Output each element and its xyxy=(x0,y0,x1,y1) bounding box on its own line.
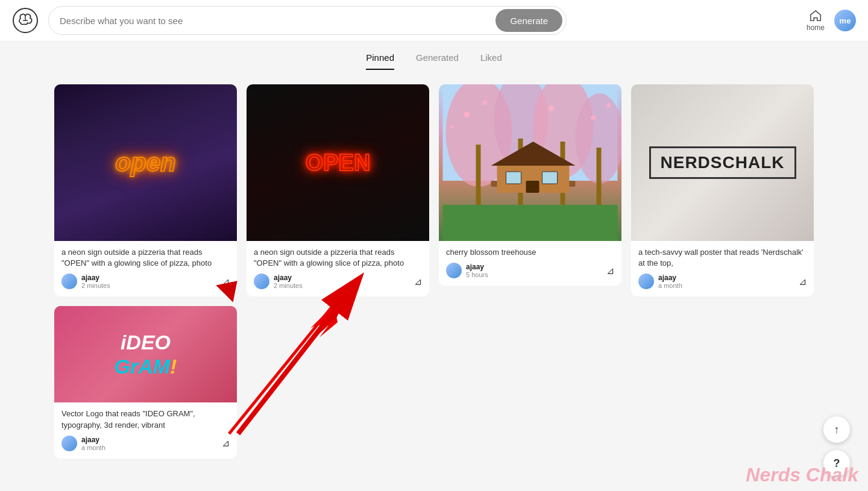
card-1-avatar xyxy=(61,274,77,289)
svg-rect-16 xyxy=(526,181,539,193)
card-3-avatar xyxy=(446,263,462,278)
svg-point-19 xyxy=(549,105,555,111)
card-1-pin[interactable]: ⊿ xyxy=(222,276,230,287)
card-5-time: a month xyxy=(81,444,105,451)
card-3[interactable]: cherry blossom treehouse ajaay 5 hours ⊿ xyxy=(439,84,621,286)
svg-rect-10 xyxy=(443,205,618,241)
card-1-image xyxy=(54,84,237,241)
svg-point-17 xyxy=(464,111,470,117)
card-1[interactable]: a neon sign outside a pizzeria that read… xyxy=(54,84,237,296)
card-2-image xyxy=(247,84,429,241)
home-icon xyxy=(809,9,822,22)
card-5[interactable]: iDEO GrAM! Vector Logo that reads "IDEO … xyxy=(54,306,237,458)
card-3-author: ajaay xyxy=(466,263,488,271)
header: Generate home me xyxy=(0,0,868,42)
generate-button[interactable]: Generate xyxy=(495,9,562,32)
svg-rect-14 xyxy=(506,172,521,184)
search-input[interactable] xyxy=(60,16,495,26)
svg-point-22 xyxy=(606,103,611,108)
gallery: a neon sign outside a pizzeria that read… xyxy=(42,84,826,458)
card-5-desc: Vector Logo that reads "IDEO GRAM", typo… xyxy=(61,408,230,430)
card-4[interactable]: NERDSCHALK a tech-savvy wall poster that… xyxy=(631,84,814,296)
card-5-author: ajaay xyxy=(81,436,105,444)
nerdschalk-text: NERDSCHALK xyxy=(649,146,796,179)
card-2[interactable]: a neon sign outside a pizzeria that read… xyxy=(247,84,429,296)
scroll-up-button[interactable]: ↑ xyxy=(823,416,850,443)
card-3-time: 5 hours xyxy=(466,271,488,278)
svg-point-18 xyxy=(483,100,488,105)
svg-point-20 xyxy=(591,115,596,120)
card-5-pin[interactable]: ⊿ xyxy=(222,437,230,449)
card-4-desc: a tech-savvy wall poster that reads 'Ner… xyxy=(638,247,807,269)
card-2-time: 2 minutes xyxy=(274,282,303,289)
card-4-pin[interactable]: ⊿ xyxy=(799,276,807,287)
help-button[interactable]: ? xyxy=(823,450,850,477)
nav-right: home me xyxy=(807,9,856,32)
tabs-container: Pinned Generated Liked xyxy=(0,42,868,70)
avatar[interactable]: me xyxy=(834,10,856,31)
card-4-author: ajaay xyxy=(658,274,682,282)
card-4-avatar xyxy=(638,274,654,289)
tab-generated[interactable]: Generated xyxy=(416,52,459,70)
card-3-image xyxy=(439,84,621,241)
tab-liked[interactable]: Liked xyxy=(480,52,502,70)
card-2-author: ajaay xyxy=(274,274,303,282)
card-4-image: NERDSCHALK xyxy=(631,84,814,241)
card-1-desc: a neon sign outside a pizzeria that read… xyxy=(61,247,230,269)
card-5-avatar xyxy=(61,436,77,451)
nav-home[interactable]: home xyxy=(807,9,825,32)
card-3-pin[interactable]: ⊿ xyxy=(606,265,614,277)
ideogram-text: iDEO GrAM! xyxy=(115,330,177,380)
card-4-time: a month xyxy=(658,282,682,289)
search-bar: Generate xyxy=(48,6,567,35)
card-2-desc: a neon sign outside a pizzeria that read… xyxy=(254,247,422,269)
card-2-avatar xyxy=(254,274,269,289)
card-2-pin[interactable]: ⊿ xyxy=(414,276,422,287)
svg-point-21 xyxy=(450,125,454,128)
card-1-time: 2 minutes xyxy=(81,282,110,289)
svg-rect-15 xyxy=(542,172,558,184)
logo xyxy=(12,7,39,34)
card-3-desc: cherry blossom treehouse xyxy=(446,247,614,258)
card-5-image: iDEO GrAM! xyxy=(54,306,237,402)
card-1-author: ajaay xyxy=(81,274,110,282)
tab-pinned[interactable]: Pinned xyxy=(366,52,394,70)
